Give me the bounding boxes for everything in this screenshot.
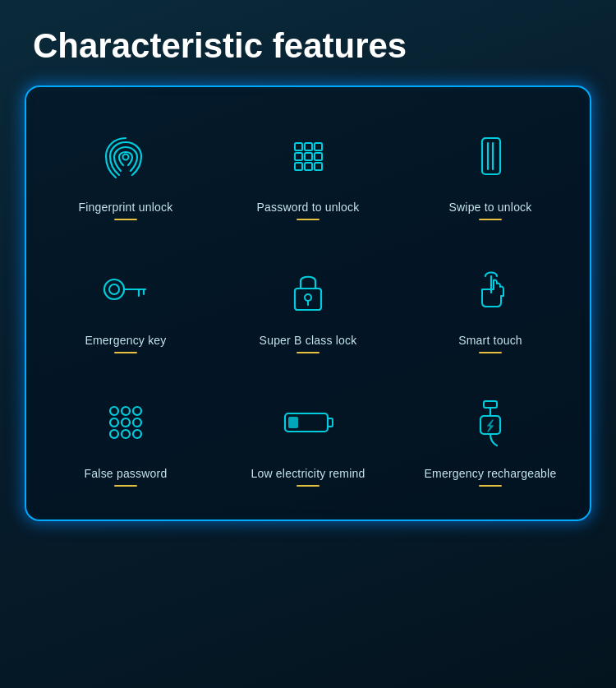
swipe-underline <box>479 219 502 220</box>
key-icon <box>96 256 155 322</box>
feature-battery: Low electricity remind <box>217 370 399 503</box>
svg-rect-33 <box>288 417 298 428</box>
charge-underline <box>479 485 502 487</box>
password-underline <box>297 219 319 220</box>
svg-point-13 <box>104 279 124 299</box>
svg-rect-6 <box>315 153 322 160</box>
svg-rect-5 <box>305 153 312 160</box>
svg-rect-9 <box>315 163 322 170</box>
feature-fingerprint: Fingerprint unlock <box>34 104 217 237</box>
fingerprint-label: Fingerprint unlock <box>79 201 173 214</box>
battery-underline <box>297 485 319 487</box>
svg-point-26 <box>122 418 130 427</box>
svg-rect-32 <box>328 418 333 427</box>
svg-rect-4 <box>295 153 302 160</box>
features-box: Fingerprint unlock Password t <box>25 85 591 521</box>
svg-point-0 <box>123 155 129 160</box>
feature-charge: Emergency rechargeable <box>399 370 582 503</box>
touch-icon <box>461 256 520 322</box>
svg-point-25 <box>110 418 118 427</box>
svg-rect-2 <box>305 143 312 150</box>
svg-rect-8 <box>305 163 312 170</box>
feature-false-password: False password <box>34 370 217 503</box>
feature-swipe: Swipe to unlock <box>399 104 582 237</box>
svg-rect-1 <box>295 143 302 150</box>
false-password-label: False password <box>85 467 168 480</box>
svg-point-28 <box>110 430 118 438</box>
lock-underline <box>297 352 319 353</box>
feature-touch: Smart touch <box>399 237 582 370</box>
charge-icon <box>461 390 520 455</box>
svg-rect-10 <box>482 138 500 174</box>
svg-point-30 <box>133 430 141 438</box>
touch-label: Smart touch <box>458 334 522 347</box>
svg-rect-3 <box>315 143 322 150</box>
svg-point-29 <box>122 430 130 438</box>
feature-password: Password to unlock <box>217 104 399 237</box>
svg-point-24 <box>133 407 141 415</box>
password-icon <box>278 123 338 189</box>
touch-underline <box>479 352 502 353</box>
false-password-underline <box>114 485 137 487</box>
svg-point-14 <box>109 284 119 294</box>
fingerprint-icon <box>96 123 155 189</box>
lock-label: Super B class lock <box>260 334 357 347</box>
feature-lock: Super B class lock <box>217 237 399 370</box>
lock-icon <box>278 256 338 322</box>
battery-icon <box>278 390 338 455</box>
battery-label: Low electricity remind <box>251 467 365 480</box>
svg-rect-34 <box>484 401 497 408</box>
swipe-label: Swipe to unlock <box>448 201 531 214</box>
charge-label: Emergency rechargeable <box>425 467 557 480</box>
svg-point-22 <box>110 407 118 415</box>
password-label: Password to unlock <box>257 201 360 214</box>
features-grid: Fingerprint unlock Password t <box>34 104 582 503</box>
svg-point-19 <box>305 294 311 301</box>
dots-icon <box>96 390 155 455</box>
svg-rect-18 <box>295 289 321 310</box>
fingerprint-underline <box>114 219 137 220</box>
page-title: Characteristic features <box>0 0 616 85</box>
swipe-icon <box>461 123 520 189</box>
svg-rect-7 <box>295 163 302 170</box>
svg-point-23 <box>122 407 130 415</box>
key-underline <box>114 352 137 353</box>
svg-point-27 <box>133 418 141 427</box>
key-label: Emergency key <box>85 334 166 347</box>
feature-key: Emergency key <box>34 237 217 370</box>
